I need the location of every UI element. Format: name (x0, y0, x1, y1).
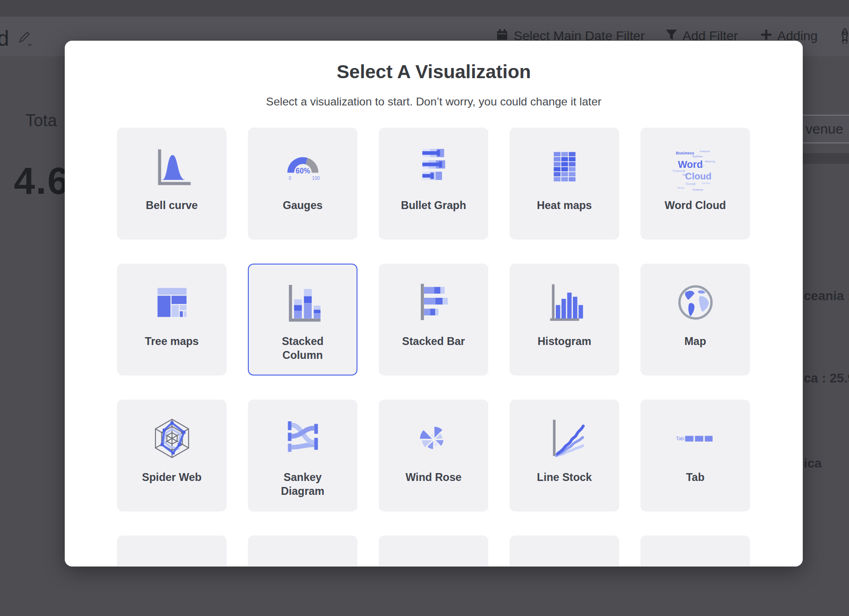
gauges-icon: 60% 0 100 (276, 140, 330, 193)
viz-card-label: Bell curve (146, 199, 197, 213)
viz-card-label: Bullet Graph (401, 199, 466, 213)
svg-text:Financial: Financial (672, 169, 685, 172)
viz-card-label: Gauges (283, 199, 322, 213)
viz-card-word-cloud[interactable]: BusinessAnalyticsBigDataWordITMarketingF… (640, 128, 750, 240)
viz-card-label: Stacked Bar (402, 335, 465, 349)
svg-text:Analytics: Analytics (699, 150, 710, 153)
viz-card-label: Tree maps (145, 335, 198, 349)
viz-grid: Bell curve 60% 0 100Gauges Bullet GraphH… (117, 128, 751, 567)
wind-rose-icon (407, 412, 461, 465)
heat-maps-icon (538, 140, 591, 193)
svg-text:0: 0 (289, 176, 291, 181)
stacked-column-icon (276, 276, 330, 329)
viz-card-bell-curve[interactable]: Bell curve (117, 128, 227, 240)
viz-card-bullet-graph[interactable]: Bullet Graph (379, 128, 488, 240)
histogram-icon (538, 276, 591, 329)
viz-card-label: Wind Rose (406, 471, 461, 485)
viz-card-map[interactable]: Map (640, 264, 750, 376)
svg-text:IT: IT (702, 165, 704, 167)
tab-icon: Tab (669, 412, 722, 465)
viz-card-partial[interactable] (640, 536, 750, 567)
bullet-graph-icon (407, 140, 461, 193)
word-cloud-icon: BusinessAnalyticsBigDataWordITMarketingF… (669, 140, 722, 193)
viz-card-histogram[interactable]: Histogram (510, 264, 619, 376)
stacked-bar-icon (407, 276, 461, 329)
svg-text:60%: 60% (295, 167, 310, 175)
viz-card-partial[interactable] (510, 536, 619, 567)
viz-card-label: Histogram (537, 335, 591, 349)
modal-subtitle: Select a visualization to start. Don’t w… (65, 95, 803, 108)
viz-card-label: Word Cloud (664, 199, 726, 213)
viz-card-line-stock[interactable]: Line Stock (510, 400, 619, 511)
viz-card-stacked-column[interactable]: Stacked Column (248, 264, 357, 376)
viz-card-label: Heat maps (537, 199, 592, 213)
svg-text:Database: Database (692, 188, 703, 191)
line-stock-icon (538, 412, 591, 465)
viz-card-stacked-bar[interactable]: Stacked Bar (379, 264, 488, 376)
viz-card-tree-maps[interactable]: Tree maps (117, 264, 227, 376)
svg-text:Marketing: Marketing (705, 160, 715, 163)
svg-text:100: 100 (312, 176, 320, 181)
viz-card-label: Spider Web (142, 471, 202, 485)
map-icon (669, 276, 722, 329)
sankey-diagram-icon (276, 412, 330, 465)
viz-card-wind-rose[interactable]: Wind Rose (379, 400, 488, 511)
svg-text:Mining: Mining (677, 186, 684, 189)
svg-text:Business: Business (676, 151, 694, 155)
viz-card-tab[interactable]: Tab Tab (640, 400, 750, 511)
viz-card-label: Stacked Column (266, 335, 339, 363)
svg-text:BigData: BigData (692, 154, 702, 158)
modal-title: Select A Visualization (65, 61, 803, 83)
svg-text:Social: Social (685, 182, 695, 186)
svg-text:Cloud: Cloud (685, 171, 711, 181)
svg-text:Algorithm: Algorithm (701, 182, 710, 185)
viz-card-label: Map (684, 335, 706, 349)
viz-card-partial[interactable] (379, 536, 488, 567)
svg-text:Tab: Tab (676, 436, 684, 441)
viz-card-heat-maps[interactable]: Heat maps (510, 128, 619, 240)
viz-card-label: Line Stock (537, 471, 592, 485)
viz-card-partial[interactable] (248, 536, 357, 567)
viz-card-partial[interactable] (117, 536, 227, 567)
viz-card-spider-web[interactable]: Spider Web (117, 400, 227, 511)
viz-card-label: Sankey Diagram (266, 471, 339, 499)
bell-curve-icon (145, 140, 199, 193)
viz-card-sankey-diagram[interactable]: Sankey Diagram (248, 400, 357, 511)
svg-text:Word: Word (677, 159, 702, 170)
visualization-modal: Select A Visualization Select a visualiz… (65, 41, 803, 567)
tree-maps-icon (145, 276, 199, 329)
spider-web-icon (145, 412, 199, 465)
viz-card-label: Tab (686, 471, 704, 485)
viz-card-gauges[interactable]: 60% 0 100Gauges (248, 128, 357, 240)
